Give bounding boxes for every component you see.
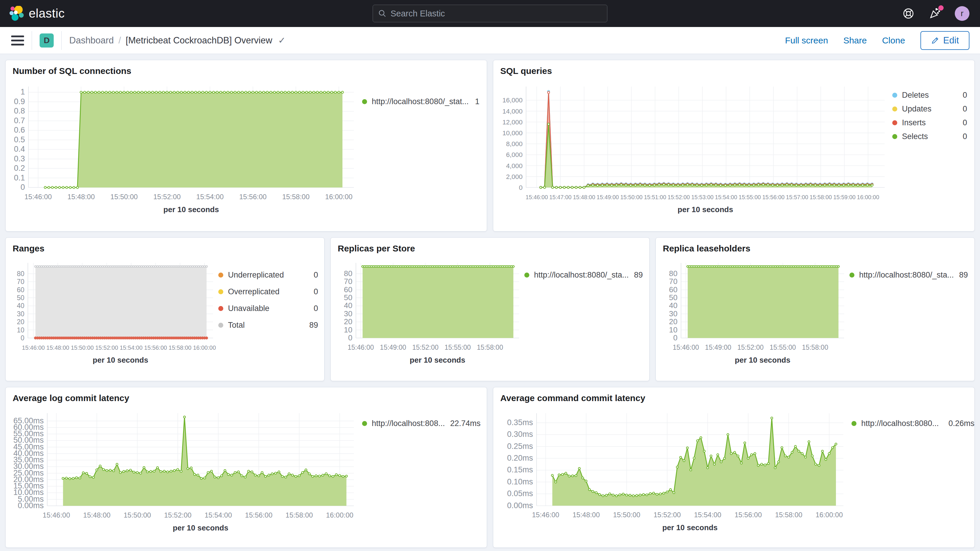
legend: Deletes0Updates0Inserts0Selects0 xyxy=(892,91,967,216)
svg-text:15:56:00: 15:56:00 xyxy=(734,511,762,519)
legend-item[interactable]: Total89 xyxy=(218,321,318,330)
svg-text:15:54:00: 15:54:00 xyxy=(715,194,737,201)
legend-value: 0.26ms xyxy=(943,419,974,428)
svg-text:15:56:00: 15:56:00 xyxy=(762,194,784,201)
svg-text:16:00:00: 16:00:00 xyxy=(326,511,353,519)
svg-text:15:54:00: 15:54:00 xyxy=(694,511,721,519)
svg-text:15:54:00: 15:54:00 xyxy=(196,193,224,201)
svg-text:10,000: 10,000 xyxy=(502,129,523,137)
pencil-icon xyxy=(931,37,939,45)
svg-text:10: 10 xyxy=(344,325,352,334)
legend-dot xyxy=(218,306,223,311)
help-icon[interactable] xyxy=(902,7,915,20)
chart-c1[interactable]: 10.90.80.70.60.50.40.30.20.1015:46:0015:… xyxy=(6,78,362,216)
chart-c5[interactable]: 8070605040302010015:46:0015:49:0015:52:0… xyxy=(656,255,850,366)
legend-value: 22.74ms xyxy=(445,419,480,428)
dashboard-app-badge[interactable]: D xyxy=(40,33,54,48)
legend-label: Overreplicated xyxy=(228,287,280,296)
svg-text:0.20ms: 0.20ms xyxy=(507,454,533,462)
svg-text:16,000: 16,000 xyxy=(502,97,523,104)
legend-value: 0 xyxy=(309,271,318,280)
top-nav: elastic Search Elastic r xyxy=(0,0,980,27)
legend-item[interactable]: Underreplicated0 xyxy=(218,271,318,280)
legend-value: 0 xyxy=(958,104,967,113)
legend-value: 1 xyxy=(470,97,479,106)
menu-icon[interactable] xyxy=(11,35,24,46)
chart-c7[interactable]: 0.35ms0.30ms0.25ms0.20ms0.15ms0.10ms0.05… xyxy=(493,405,851,534)
panel-title: Average log commit latency xyxy=(6,387,487,405)
avatar-initial: r xyxy=(961,9,963,18)
legend-item[interactable]: Inserts0 xyxy=(892,118,967,127)
svg-text:15:53:00: 15:53:00 xyxy=(691,194,714,201)
chart-c6[interactable]: 65.00ms60.00ms55.00ms50.00ms45.00ms40.00… xyxy=(6,405,362,534)
svg-text:50: 50 xyxy=(17,294,24,302)
svg-text:15:58:00: 15:58:00 xyxy=(775,511,802,519)
breadcrumb-dashboard[interactable]: Dashboard xyxy=(69,35,114,46)
full-screen-button[interactable]: Full screen xyxy=(785,35,828,46)
svg-text:1: 1 xyxy=(21,88,25,96)
svg-text:0: 0 xyxy=(21,334,24,342)
legend-item[interactable]: http://localhost:8080/_sta...89 xyxy=(850,271,967,280)
legend-item[interactable]: Updates0 xyxy=(892,104,967,113)
share-button[interactable]: Share xyxy=(843,35,867,46)
chart-c2[interactable]: 16,00014,00012,00010,0008,0006,0004,0002… xyxy=(493,78,892,216)
svg-text:15:49:00: 15:49:00 xyxy=(597,194,619,201)
svg-text:15:58:00: 15:58:00 xyxy=(802,344,828,351)
svg-text:per 10 seconds: per 10 seconds xyxy=(678,205,733,214)
svg-text:15:58:00: 15:58:00 xyxy=(169,344,192,351)
svg-text:15:52:00: 15:52:00 xyxy=(654,511,681,519)
svg-text:0.35ms: 0.35ms xyxy=(507,418,533,427)
svg-text:15:54:00: 15:54:00 xyxy=(120,344,143,351)
svg-text:15:46:00: 15:46:00 xyxy=(43,511,70,519)
svg-text:12,000: 12,000 xyxy=(502,118,523,126)
legend-label: Total xyxy=(228,321,245,330)
svg-text:15:56:00: 15:56:00 xyxy=(239,193,266,201)
legend-item[interactable]: Overreplicated0 xyxy=(218,287,318,296)
svg-text:0.6: 0.6 xyxy=(14,126,25,134)
legend-item[interactable]: http://localhost:8080...0.26ms xyxy=(851,419,974,428)
legend-item[interactable]: http://localhost:8080/_stat...1 xyxy=(362,97,479,106)
legend-item[interactable]: Selects0 xyxy=(892,132,967,141)
clone-button[interactable]: Clone xyxy=(882,35,905,46)
svg-text:0.9: 0.9 xyxy=(14,97,25,106)
svg-text:0.8: 0.8 xyxy=(14,107,25,115)
svg-text:15:54:00: 15:54:00 xyxy=(205,511,232,519)
svg-text:per 10 seconds: per 10 seconds xyxy=(662,524,718,532)
svg-text:15:56:00: 15:56:00 xyxy=(144,344,167,351)
news-icon[interactable] xyxy=(928,7,941,20)
svg-text:15:55:00: 15:55:00 xyxy=(770,344,796,351)
legend-item[interactable]: Unavailable0 xyxy=(218,304,318,313)
legend-label: http://localhost:8080/_sta... xyxy=(859,271,954,280)
brand-text: elastic xyxy=(29,6,65,21)
svg-text:2,000: 2,000 xyxy=(506,173,523,180)
global-search[interactable]: Search Elastic xyxy=(372,5,608,22)
elastic-logo[interactable]: elastic xyxy=(9,6,65,21)
legend-item[interactable]: http://localhost:808...22.74ms xyxy=(362,419,479,428)
legend-value: 89 xyxy=(304,321,318,330)
svg-text:60: 60 xyxy=(669,285,678,294)
check-icon[interactable]: ✓ xyxy=(278,35,285,46)
panel-row-3: Average log commit latency65.00ms60.00ms… xyxy=(5,387,975,548)
legend-item[interactable]: Deletes0 xyxy=(892,91,967,100)
legend-label: Selects xyxy=(902,132,928,141)
avatar[interactable]: r xyxy=(955,6,969,21)
panel-title: Ranges xyxy=(6,238,324,255)
svg-text:15:58:00: 15:58:00 xyxy=(810,194,832,201)
svg-text:40: 40 xyxy=(17,302,24,309)
legend-dot xyxy=(362,421,367,426)
legend-label: Deletes xyxy=(902,91,929,100)
svg-text:80: 80 xyxy=(669,269,678,278)
legend-label: Inserts xyxy=(902,118,926,127)
svg-text:per 10 seconds: per 10 seconds xyxy=(173,524,228,532)
svg-text:15:48:00: 15:48:00 xyxy=(67,193,95,201)
chart-c3[interactable]: 8070605040302010015:46:0015:48:0015:50:0… xyxy=(6,255,218,366)
svg-text:0.5: 0.5 xyxy=(14,135,25,144)
panel-title: Average command commit latency xyxy=(493,387,974,405)
svg-text:15:46:00: 15:46:00 xyxy=(348,344,374,351)
legend: http://localhost:808...22.74ms xyxy=(362,419,479,534)
legend-item[interactable]: http://localhost:8080/_sta...89 xyxy=(524,271,642,280)
chart-c4[interactable]: 8070605040302010015:46:0015:49:0015:52:0… xyxy=(331,255,524,366)
legend: Underreplicated0Overreplicated0Unavailab… xyxy=(218,271,318,366)
svg-text:15:50:00: 15:50:00 xyxy=(110,193,138,201)
edit-button[interactable]: Edit xyxy=(920,31,969,50)
